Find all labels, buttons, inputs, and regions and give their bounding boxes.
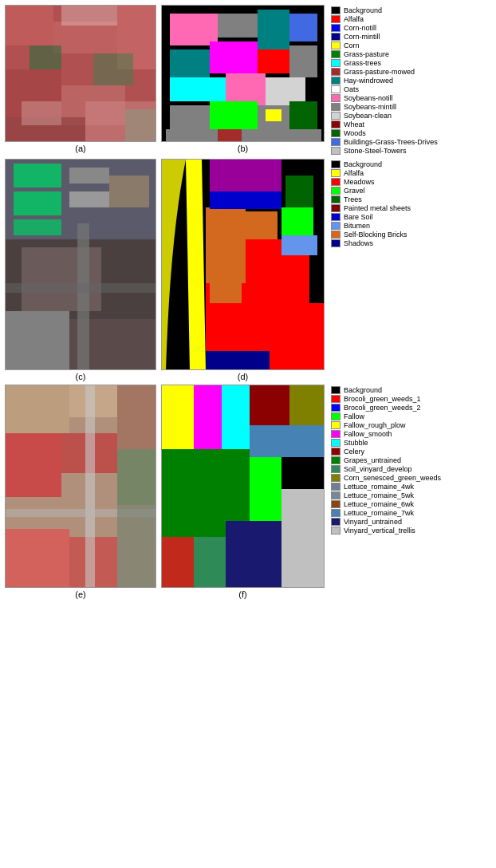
- svg-rect-31: [266, 109, 281, 121]
- svg-rect-77: [250, 425, 325, 457]
- legend-item-corn-notill: Corn-notill: [331, 24, 448, 32]
- legend3-lettuce-4wk: Lettuce_romaine_4wk: [331, 483, 448, 491]
- legend3-stubble: Stubble: [331, 439, 448, 447]
- image-d: [161, 159, 325, 370]
- image-a-col: (a): [5, 5, 156, 153]
- svg-rect-35: [14, 191, 61, 215]
- svg-rect-34: [14, 164, 61, 187]
- svg-rect-82: [250, 489, 281, 521]
- svg-rect-8: [30, 45, 61, 69]
- row2-section: (c): [5, 159, 491, 381]
- legend-item-soybean-clean: Soybean-clean: [331, 112, 448, 120]
- svg-rect-62: [6, 433, 61, 497]
- svg-rect-23: [226, 73, 266, 105]
- legend2-meadows: Meadows: [331, 178, 448, 186]
- legend-item-grass-pasture: Grass-pasture: [331, 50, 448, 58]
- legend2-shadows: Shadows: [331, 239, 448, 247]
- legend-item-alfalfa-1: Alfalfa: [331, 15, 448, 23]
- legend-item-soybeans-mintill: Soybeans-mintill: [331, 103, 448, 111]
- legend-row3: Background Brocoli_green_weeds_1 Brocoli…: [325, 385, 448, 535]
- svg-rect-49: [206, 207, 246, 283]
- image-e-col: (e): [5, 385, 156, 599]
- svg-rect-75: [250, 385, 289, 425]
- svg-rect-14: [170, 14, 218, 45]
- svg-rect-26: [210, 101, 258, 133]
- caption-e: (e): [75, 590, 85, 599]
- svg-rect-2: [53, 22, 117, 53]
- svg-rect-64: [6, 529, 69, 588]
- legend2-gravel: Gravel: [331, 187, 448, 195]
- legend-item-oats: Oats: [331, 85, 448, 93]
- legend3-vinyard-trellis: Vinyard_vertical_trellis: [331, 527, 448, 535]
- row1-section: (a): [5, 5, 491, 156]
- legend3-grapes: Grapes_untrained: [331, 456, 448, 464]
- svg-rect-53: [285, 176, 313, 207]
- caption-c: (c): [76, 372, 86, 381]
- svg-rect-25: [170, 105, 210, 133]
- legend2-painted-metal: Painted metal sheets: [331, 204, 448, 212]
- image-f: [161, 385, 325, 588]
- legend3-lettuce-7wk: Lettuce_romaine_7wk: [331, 509, 448, 517]
- legend2-bare-soil: Bare Soil: [331, 213, 448, 221]
- svg-rect-59: [6, 385, 69, 433]
- svg-rect-55: [210, 160, 281, 191]
- svg-rect-9: [93, 53, 133, 85]
- legend3-lettuce-5wk: Lettuce_romaine_5wk: [331, 491, 448, 499]
- svg-rect-37: [69, 168, 109, 183]
- legend3-lettuce-6wk: Lettuce_romaine_6wk: [331, 500, 448, 508]
- svg-rect-44: [77, 223, 89, 370]
- legend-item-bg-1: Background: [331, 6, 448, 14]
- legend2-trees: Trees: [331, 195, 448, 203]
- legend2-alfalfa: Alfalfa: [331, 169, 448, 177]
- legend-item-grass-trees: Grass-trees: [331, 59, 448, 67]
- svg-rect-11: [61, 6, 117, 26]
- svg-rect-10: [125, 109, 156, 142]
- svg-rect-16: [258, 10, 289, 49]
- legend3-celery: Celery: [331, 448, 448, 456]
- image-f-col: (f): [161, 385, 325, 599]
- svg-rect-73: [222, 385, 250, 449]
- svg-rect-28: [289, 101, 317, 133]
- svg-rect-45: [6, 283, 156, 293]
- row1-images: (a): [5, 5, 325, 153]
- legend-item-wheat: Wheat: [331, 120, 448, 128]
- legend3-soil-vinyard: Soil_vinyard_develop: [331, 465, 448, 473]
- legend3-fallow: Fallow: [331, 412, 448, 420]
- legend3-fallow-rough: Fallow_rough_plow: [331, 421, 448, 429]
- legend3-brocoli1: Brocoli_green_weeds_1: [331, 395, 448, 403]
- svg-rect-21: [289, 45, 317, 77]
- svg-rect-39: [109, 176, 149, 207]
- legend-item-grass-pasture-mowed: Grass-pasture-mowed: [331, 68, 448, 76]
- row3-section: (e): [5, 385, 491, 599]
- caption-a: (a): [75, 144, 85, 153]
- legend-item-soybeans-notill: Soybeans-notill: [331, 94, 448, 102]
- image-d-col: (d): [161, 159, 325, 381]
- legend-item-buildings: Buildings-Grass-Trees-Drives: [331, 138, 448, 146]
- row3-images: (e): [5, 385, 325, 599]
- svg-rect-18: [170, 49, 210, 77]
- svg-rect-66: [85, 385, 95, 588]
- legend-item-stone-steel: Stone-Steel-Towers: [331, 147, 448, 155]
- caption-b: (b): [238, 144, 248, 153]
- svg-rect-19: [210, 41, 258, 73]
- legend-item-woods: Woods: [331, 129, 448, 137]
- svg-rect-52: [281, 207, 313, 235]
- svg-rect-54: [210, 191, 281, 209]
- image-c-col: (c): [5, 159, 156, 381]
- svg-rect-51: [246, 211, 278, 239]
- svg-rect-71: [162, 385, 194, 449]
- caption-f: (f): [238, 590, 246, 599]
- image-c: [5, 159, 156, 370]
- row2-images: (c): [5, 159, 325, 381]
- svg-rect-56: [281, 235, 317, 255]
- svg-rect-1: [6, 6, 53, 45]
- svg-rect-69: [117, 505, 156, 588]
- legend3-brocoli2: Brocoli_green_weeds_2: [331, 404, 448, 412]
- svg-rect-24: [266, 77, 305, 105]
- image-b: [161, 5, 325, 142]
- legend2-bitumen: Bitumen: [331, 222, 448, 230]
- image-b-col: (b): [161, 5, 325, 153]
- svg-rect-36: [14, 219, 61, 235]
- svg-rect-20: [258, 49, 289, 73]
- legend2-bg: Background: [331, 160, 448, 168]
